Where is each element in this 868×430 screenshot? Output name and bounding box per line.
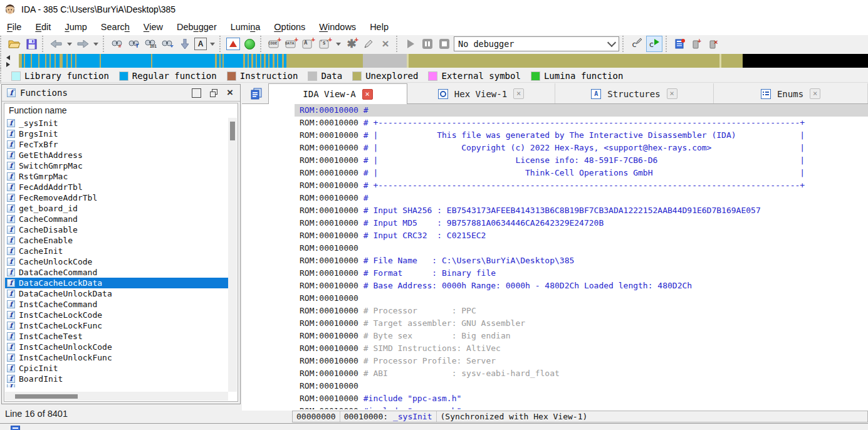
function-item[interactable]: fDataCacheLockData bbox=[5, 278, 228, 288]
tab-enums[interactable]: Enums× bbox=[714, 83, 868, 104]
jump-address-button[interactable] bbox=[177, 36, 192, 51]
float-window-icon[interactable] bbox=[210, 89, 218, 97]
disasm-line[interactable]: ROM:00010000 # Base Address: 0000h Range… bbox=[295, 280, 868, 292]
vertical-scrollbar[interactable] bbox=[228, 118, 237, 392]
disasm-line[interactable]: ROM:00010000 #include "ppc-asm.h" bbox=[295, 405, 868, 409]
disasm-line[interactable]: ROM:00010000 # ABI : sysv-eabi-hard_floa… bbox=[295, 367, 868, 380]
navband-scroll-right-button[interactable] bbox=[6, 62, 10, 67]
tab-hex-view-1[interactable]: Hex View-1× bbox=[407, 83, 555, 104]
menu-edit[interactable]: Edit bbox=[28, 21, 58, 33]
attach-script-button[interactable]: c bbox=[629, 36, 644, 51]
disasm-line[interactable]: ROM:00010000 # Target assembler: GNU Ass… bbox=[295, 317, 868, 330]
disasm-line[interactable]: ROM:00010000 # bbox=[295, 104, 868, 117]
function-item-partial[interactable]: f bbox=[5, 384, 228, 387]
function-item[interactable]: fFecRemoveAddrTbl bbox=[5, 192, 228, 203]
nav-back-button[interactable] bbox=[49, 36, 64, 51]
function-item[interactable]: fInstCacheTest bbox=[5, 331, 228, 342]
disasm-line[interactable]: ROM:00010000 # +------------------------… bbox=[295, 117, 868, 129]
function-item[interactable]: fFecTxBfr bbox=[5, 139, 228, 150]
ida-view-content[interactable]: ROM:00010000 #ROM:00010000 # +----------… bbox=[242, 104, 868, 411]
create-function-button[interactable]: ✱+ bbox=[344, 36, 359, 51]
disasm-line[interactable]: ROM:00010000 # Processor : PPC bbox=[295, 305, 868, 317]
function-item[interactable]: fDataCacheUnlockData bbox=[5, 288, 228, 299]
disasm-line[interactable]: ROM:00010000 # Input SHA256 : EB7543173A… bbox=[295, 204, 868, 217]
function-item[interactable]: fFecAddAddrTbl bbox=[5, 182, 228, 192]
nav-forward-dropdown[interactable] bbox=[93, 43, 98, 46]
run-script-button[interactable]: c bbox=[646, 36, 662, 52]
disasm-line[interactable]: ROM:00010000 # File Name : C:\Users\BurY… bbox=[295, 254, 868, 267]
function-item[interactable]: fBrgsInit bbox=[5, 128, 228, 139]
menu-lumina[interactable]: Lumina bbox=[224, 21, 268, 33]
menu-file[interactable]: File bbox=[0, 21, 28, 33]
make-string-button[interactable]: 's'+ bbox=[318, 36, 333, 51]
problems-button[interactable] bbox=[226, 38, 240, 50]
function-item[interactable]: fDataCacheCommand bbox=[5, 267, 228, 278]
menu-options[interactable]: Options bbox=[267, 21, 312, 33]
tab-structures[interactable]: AStructures× bbox=[555, 83, 714, 104]
add-segment-button[interactable]: + bbox=[689, 36, 704, 51]
string-style-dropdown[interactable] bbox=[210, 43, 215, 46]
function-item[interactable]: fget_board_id bbox=[5, 203, 228, 214]
nav-forward-button[interactable] bbox=[75, 36, 90, 51]
disasm-line[interactable]: ROM:00010000 # Input MD5 : 9B757881A0634… bbox=[295, 217, 868, 229]
tab-ida-view-a[interactable]: IDA View-A× bbox=[268, 83, 407, 104]
maximize-icon[interactable] bbox=[192, 88, 201, 98]
open-file-button[interactable] bbox=[7, 36, 22, 51]
function-item[interactable]: fBoardInit bbox=[5, 374, 228, 384]
menu-view[interactable]: View bbox=[137, 21, 170, 33]
disasm-line[interactable]: ROM:00010000 bbox=[295, 242, 868, 254]
windows-list-button[interactable] bbox=[672, 36, 688, 51]
function-item[interactable]: fInstCacheLockFunc bbox=[5, 320, 228, 331]
function-item[interactable]: fCacheInit bbox=[5, 246, 228, 256]
menu-windows[interactable]: Windows bbox=[312, 21, 363, 33]
function-item[interactable]: fCacheCommand bbox=[5, 214, 228, 224]
function-item[interactable]: fCpicInit bbox=[5, 363, 228, 374]
function-item[interactable]: fGetEthAddress bbox=[5, 150, 228, 160]
debug-stop-button[interactable] bbox=[437, 36, 452, 51]
make-dropdown[interactable] bbox=[336, 43, 341, 46]
navigator-band[interactable] bbox=[19, 54, 868, 68]
function-item[interactable]: fInstCacheLockCode bbox=[5, 310, 228, 320]
menu-search[interactable]: Search bbox=[94, 21, 137, 33]
disasm-line[interactable]: ROM:00010000 # Input CRC32 : C0215EC2 bbox=[295, 229, 868, 242]
debug-pause-button[interactable] bbox=[420, 36, 435, 51]
disasm-line[interactable]: ROM:00010000 # | License info: 48-591F-7… bbox=[295, 154, 868, 167]
delete-function-button[interactable]: × bbox=[378, 36, 393, 51]
disasm-line[interactable]: ROM:00010000 # bbox=[295, 192, 868, 204]
disasm-line[interactable]: ROM:00010000 # SIMD Instructions: AltiVe… bbox=[295, 342, 868, 355]
debugger-select[interactable]: No debugger bbox=[454, 36, 619, 51]
function-item[interactable]: fInstCacheCommand bbox=[5, 299, 228, 310]
function-item[interactable]: fInstCacheUnlockFunc bbox=[5, 352, 228, 363]
disasm-line[interactable]: ROM:00010000 bbox=[295, 292, 868, 305]
navband-scroll-left-button[interactable] bbox=[6, 55, 10, 60]
make-code-button[interactable]: CODE+ bbox=[267, 36, 282, 51]
tab-close-icon[interactable]: × bbox=[362, 89, 373, 100]
function-item[interactable]: fCacheUnlockCode bbox=[5, 256, 228, 267]
tab-close-icon[interactable]: × bbox=[513, 88, 524, 99]
disasm-line[interactable]: ROM:00010000 # +------------------------… bbox=[295, 179, 868, 192]
disasm-line[interactable]: ROM:00010000 # | Copyright (c) 2022 Hex-… bbox=[295, 142, 868, 154]
disasm-line[interactable]: ROM:00010000 #include "ppc-asm.h" bbox=[295, 392, 868, 405]
function-item[interactable]: fCacheDisable bbox=[5, 224, 228, 235]
delete-segment-button[interactable]: × bbox=[706, 36, 721, 51]
menu-help[interactable]: Help bbox=[363, 21, 395, 33]
debug-start-button[interactable] bbox=[403, 36, 418, 51]
search-next-button[interactable] bbox=[160, 36, 175, 51]
ascii-string-button[interactable]: A bbox=[194, 38, 207, 50]
disasm-line[interactable]: ROM:00010000 # | Think-Cell Operations G… bbox=[295, 167, 868, 179]
function-item[interactable]: fSwitchGmrpMac bbox=[5, 160, 228, 171]
menu-jump[interactable]: Jump bbox=[58, 21, 93, 33]
disasm-line[interactable]: ROM:00010000 # Processor Profile: Server bbox=[295, 355, 868, 367]
function-item[interactable]: fInstCacheUnlockCode bbox=[5, 342, 228, 352]
save-button[interactable] bbox=[24, 36, 39, 51]
nav-back-dropdown[interactable] bbox=[67, 43, 72, 46]
functions-column-header[interactable]: Function name bbox=[4, 103, 238, 117]
tab-close-icon[interactable]: × bbox=[810, 88, 820, 99]
edit-function-button[interactable] bbox=[361, 36, 376, 51]
close-icon[interactable]: × bbox=[227, 89, 235, 97]
disasm-line[interactable]: ROM:00010000 bbox=[295, 380, 868, 392]
function-item[interactable]: fCacheEnable bbox=[5, 235, 228, 246]
function-item[interactable]: fRstGmrpMac bbox=[5, 171, 228, 182]
disasm-line[interactable]: ROM:00010000 # Byte sex : Big endian bbox=[295, 330, 868, 342]
tab-close-icon[interactable]: × bbox=[667, 88, 677, 99]
